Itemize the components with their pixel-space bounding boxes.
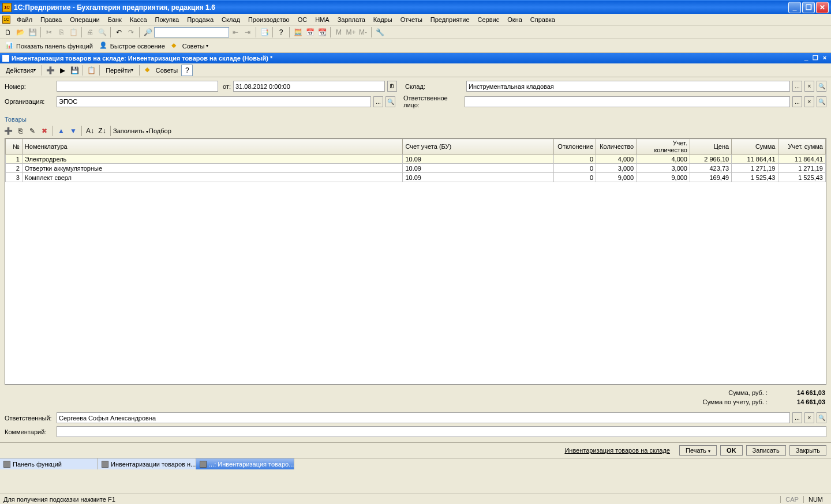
org-open-button[interactable]: 🔍: [385, 96, 395, 107]
cell-nomenclature[interactable]: Отвертки аккумуляторные: [22, 164, 403, 173]
footer-info-link[interactable]: Инвентаризация товаров на складе: [5, 447, 676, 454]
help-doc-icon[interactable]: ?: [181, 65, 193, 76]
menu-edit[interactable]: Правка: [36, 15, 66, 24]
cell-price[interactable]: 423,73: [690, 164, 731, 173]
table-row[interactable]: 3Комплект сверл10.0909,0009,000169,491 5…: [6, 173, 826, 182]
warehouse-field[interactable]: Инструментальная кладовая: [466, 81, 790, 92]
comment-field[interactable]: [57, 426, 826, 437]
select-button[interactable]: Подбор: [149, 127, 171, 134]
goto-dropdown[interactable]: Перейти: [102, 65, 137, 76]
cell-account[interactable]: 10.09: [403, 173, 554, 182]
search-input[interactable]: [154, 27, 229, 37]
table-row[interactable]: 2Отвертки аккумуляторные10.0903,0003,000…: [6, 164, 826, 173]
cell-price[interactable]: 169,49: [690, 173, 731, 182]
col-acc-qty[interactable]: Учет. количество: [637, 139, 690, 155]
number-field[interactable]: [57, 81, 218, 92]
menu-os[interactable]: ОС: [294, 15, 312, 24]
org-field[interactable]: ЭПОС: [57, 96, 371, 107]
fill-dropdown[interactable]: Заполнить: [113, 127, 148, 134]
cell-qty[interactable]: 9,000: [596, 173, 637, 182]
col-deviation[interactable]: Отклонение: [554, 139, 596, 155]
col-nomenclature[interactable]: Номенклатура: [22, 139, 403, 155]
paste-icon[interactable]: 📋: [68, 27, 79, 38]
responsible-field[interactable]: Сергеева Софья Александровна: [57, 412, 790, 423]
print-button[interactable]: Печать: [679, 445, 717, 456]
resp-person-field[interactable]: [465, 96, 790, 107]
close-doc-button[interactable]: Закрыть: [789, 445, 826, 456]
menu-production[interactable]: Производство: [244, 15, 294, 24]
col-n[interactable]: №: [6, 139, 23, 155]
col-price[interactable]: Цена: [690, 139, 731, 155]
menu-windows[interactable]: Окна: [503, 15, 526, 24]
cell-n[interactable]: 2: [6, 164, 23, 173]
doc-close-button[interactable]: ×: [821, 54, 829, 62]
goods-table[interactable]: № Номенклатура Счет учета (БУ) Отклонени…: [5, 138, 826, 385]
new-icon[interactable]: 🗋: [2, 27, 14, 38]
cell-qty[interactable]: 4,000: [596, 155, 637, 164]
post-icon[interactable]: ▶: [57, 65, 68, 76]
m-plus-icon[interactable]: M+: [345, 27, 357, 38]
warehouse-select-button[interactable]: ...: [792, 81, 802, 92]
warehouse-clear-button[interactable]: ×: [804, 81, 814, 92]
menu-operations[interactable]: Операции: [66, 15, 103, 24]
calendar-icon[interactable]: 📅: [304, 27, 316, 38]
doc-restore-button[interactable]: ❐: [811, 54, 819, 62]
row-edit-icon[interactable]: ✎: [27, 125, 38, 137]
cell-n[interactable]: 1: [6, 155, 23, 164]
cell-price[interactable]: 2 966,10: [690, 155, 731, 164]
responsible-clear-button[interactable]: ×: [804, 412, 814, 423]
row-delete-icon[interactable]: ✖: [39, 125, 50, 137]
col-account[interactable]: Счет учета (БУ): [403, 139, 554, 155]
resp-select-button[interactable]: ...: [792, 96, 802, 107]
cell-acc-qty[interactable]: 4,000: [637, 155, 690, 164]
settings-icon[interactable]: 🔧: [374, 27, 385, 38]
menu-file[interactable]: Файл: [13, 15, 36, 24]
maximize-button[interactable]: ❐: [802, 2, 815, 13]
cell-account[interactable]: 10.09: [403, 155, 554, 164]
cell-sum[interactable]: 11 864,41: [732, 155, 778, 164]
help-icon[interactable]: ?: [275, 27, 287, 38]
cell-acc-sum[interactable]: 1 525,43: [778, 173, 826, 182]
warehouse-open-button[interactable]: 🔍: [817, 81, 826, 92]
redo-icon[interactable]: ↷: [125, 27, 137, 38]
col-sum[interactable]: Сумма: [732, 139, 778, 155]
cell-n[interactable]: 3: [6, 173, 23, 182]
doc-tips-button[interactable]: ◆ Советы: [142, 65, 181, 76]
find-next-icon[interactable]: ⇥: [242, 27, 253, 38]
open-icon[interactable]: 📂: [14, 27, 26, 38]
cell-deviation[interactable]: 0: [554, 155, 596, 164]
menu-company[interactable]: Предприятие: [426, 15, 474, 24]
date-icon[interactable]: 📆: [316, 27, 328, 38]
cell-deviation[interactable]: 0: [554, 173, 596, 182]
col-qty[interactable]: Количество: [596, 139, 637, 155]
minimize-button[interactable]: _: [788, 2, 801, 13]
actions-dropdown[interactable]: Действия: [2, 65, 39, 76]
responsible-open-button[interactable]: 🔍: [817, 412, 826, 423]
ok-button[interactable]: OK: [720, 445, 743, 456]
resp-clear-button[interactable]: ×: [804, 96, 814, 107]
menu-purchase[interactable]: Покупка: [151, 15, 184, 24]
row-down-icon[interactable]: ▼: [68, 125, 79, 137]
window-tab-panel[interactable]: Панель функций: [0, 458, 98, 469]
find-icon[interactable]: 🔎: [142, 27, 154, 38]
sort-desc-icon[interactable]: Z↓: [96, 125, 108, 137]
cell-sum[interactable]: 1 525,43: [732, 173, 778, 182]
table-row[interactable]: 1Электродрель10.0904,0004,0002 966,1011 …: [6, 155, 826, 164]
org-select-button[interactable]: ...: [373, 96, 383, 107]
menu-help[interactable]: Справка: [526, 15, 559, 24]
doc-minimize-button[interactable]: _: [802, 54, 810, 62]
cell-acc-qty[interactable]: 3,000: [637, 164, 690, 173]
calc-icon[interactable]: 🧮: [292, 27, 304, 38]
resp-open-button[interactable]: 🔍: [817, 96, 826, 107]
date-field[interactable]: 31.08.2012 0:00:00: [233, 81, 385, 92]
menu-reports[interactable]: Отчеты: [396, 15, 426, 24]
sort-asc-icon[interactable]: A↓: [84, 125, 96, 137]
menu-bank[interactable]: Банк: [104, 15, 126, 24]
window-tab-inventory[interactable]: ...: Инвентаризация товаро...: [196, 458, 294, 469]
menu-cash[interactable]: Касса: [126, 15, 151, 24]
m-minus-icon[interactable]: M-: [357, 27, 369, 38]
cell-deviation[interactable]: 0: [554, 164, 596, 173]
menu-sale[interactable]: Продажа: [183, 15, 218, 24]
menu-nma[interactable]: НМА: [311, 15, 333, 24]
menu-salary[interactable]: Зарплата: [334, 15, 369, 24]
